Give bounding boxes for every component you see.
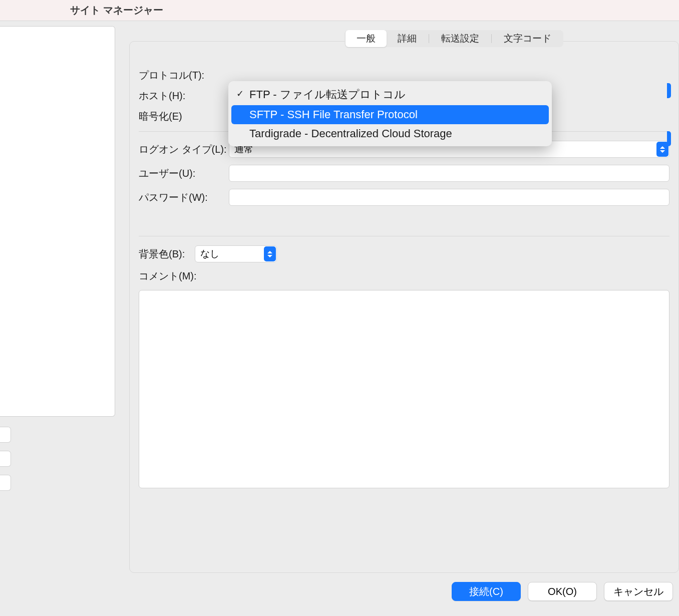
logon-type-label: ログオン タイプ(L): <box>139 143 229 156</box>
window-titlebar: サイト マネージャー <box>0 0 679 21</box>
encryption-select-edge <box>667 131 671 146</box>
updown-icon <box>264 246 276 261</box>
connect-button[interactable]: 接続(C) <box>452 582 521 601</box>
protocol-option-tardigrade[interactable]: Tardigrade - Decentralized Cloud Storage <box>231 124 549 143</box>
comments-textarea[interactable] <box>139 290 669 488</box>
window-title: サイト マネージャー <box>70 4 163 17</box>
protocol-option-label: Tardigrade - Decentralized Cloud Storage <box>249 127 452 140</box>
protocol-select-edge <box>667 83 671 98</box>
protocol-dropdown[interactable]: ✓ FTP - ファイル転送プロトコル SFTP - SSH File Tran… <box>228 81 552 146</box>
protocol-label: プロトコル(T): <box>139 69 229 82</box>
tab-separator <box>429 34 429 43</box>
encryption-label: 暗号化(E) <box>139 110 229 123</box>
tab-advanced[interactable]: 詳細 <box>387 30 428 47</box>
left-button-1[interactable] <box>0 427 11 443</box>
ok-button[interactable]: OK(O) <box>528 582 597 601</box>
check-icon: ✓ <box>236 88 244 99</box>
bgcolor-select[interactable]: なし <box>195 245 277 262</box>
user-input[interactable] <box>229 165 669 182</box>
tab-transfer[interactable]: 転送設定 <box>430 30 490 47</box>
cancel-button[interactable]: キャンセル <box>604 582 673 601</box>
site-tree[interactable] <box>0 26 115 417</box>
comments-label: コメント(M): <box>139 269 229 283</box>
password-label: パスワード(W): <box>139 191 229 204</box>
host-label: ホスト(H): <box>139 89 229 103</box>
protocol-option-label: FTP - ファイル転送プロトコル <box>249 88 406 101</box>
protocol-option-sftp[interactable]: SFTP - SSH File Transfer Protocol <box>231 105 549 124</box>
bgcolor-value: なし <box>200 247 219 260</box>
left-button-2[interactable] <box>0 451 11 467</box>
password-input[interactable] <box>229 189 669 206</box>
tab-charset[interactable]: 文字コード <box>493 30 562 47</box>
tab-bar: 一般 詳細 転送設定 文字コード <box>345 30 563 47</box>
dialog-buttons: 接続(C) OK(O) キャンセル <box>452 582 673 601</box>
tab-separator <box>491 34 492 43</box>
left-button-3[interactable] <box>0 475 11 491</box>
divider <box>139 236 669 236</box>
left-pane <box>0 21 115 616</box>
tab-general[interactable]: 一般 <box>346 30 387 47</box>
protocol-option-ftp[interactable]: ✓ FTP - ファイル転送プロトコル <box>231 84 549 105</box>
user-label: ユーザー(U): <box>139 167 229 180</box>
bgcolor-label: 背景色(B): <box>139 247 195 261</box>
protocol-option-label: SFTP - SSH File Transfer Protocol <box>249 108 418 121</box>
